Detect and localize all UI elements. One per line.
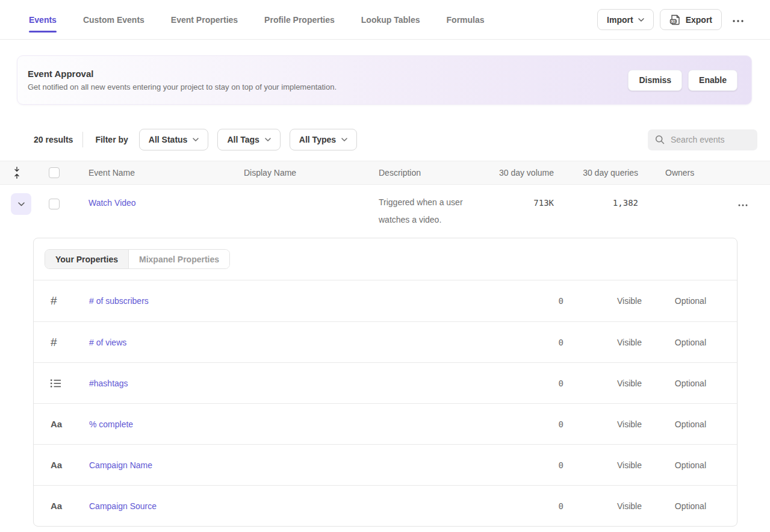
banner-actions: Dismiss Enable	[628, 70, 737, 91]
column-event-name: Event Name	[75, 168, 232, 178]
column-description: Description	[365, 168, 477, 178]
row-more-options-button[interactable]	[733, 199, 753, 208]
property-visibility[interactable]: Visible	[564, 296, 642, 306]
volume-cell: 713K	[477, 193, 554, 208]
property-name-link[interactable]: Campaign Source	[89, 501, 491, 511]
property-requirement[interactable]: Optional	[642, 501, 706, 511]
tab-profile-properties-label: Profile Properties	[264, 15, 335, 25]
tab-formulas[interactable]: Formulas	[447, 0, 485, 39]
chevron-down-icon	[638, 18, 644, 22]
nav-actions: Import csv Export	[597, 9, 748, 30]
property-row: Aa % complete 0 Visible Optional	[34, 403, 737, 444]
property-requirement[interactable]: Optional	[642, 296, 706, 306]
property-name-link[interactable]: % complete	[89, 419, 491, 429]
property-row: Aa Campaign Source 0 Visible Optional	[34, 485, 737, 526]
column-30-day-volume: 30 day volume	[477, 168, 554, 178]
tab-events-label: Events	[29, 15, 57, 25]
types-filter-dropdown[interactable]: All Types	[290, 129, 357, 150]
property-visibility[interactable]: Visible	[564, 419, 642, 429]
property-requirement[interactable]: Optional	[642, 460, 706, 470]
list-type-icon	[51, 379, 61, 388]
property-visibility[interactable]: Visible	[564, 338, 642, 347]
select-all-checkbox[interactable]	[49, 167, 60, 178]
event-name-link[interactable]: Watch Video	[75, 193, 232, 208]
column-owners: Owners	[638, 168, 722, 178]
column-30-day-queries: 30 day queries	[554, 168, 638, 178]
tab-formulas-label: Formulas	[447, 15, 485, 25]
property-name-link[interactable]: # of views	[89, 338, 491, 347]
banner-title: Event Approval	[28, 69, 337, 79]
tags-filter-dropdown[interactable]: All Tags	[217, 129, 280, 150]
property-visibility[interactable]: Visible	[564, 379, 642, 388]
tab-lookup-tables-label: Lookup Tables	[361, 15, 420, 25]
text-type-icon: Aa	[51, 419, 62, 429]
number-type-icon: #	[51, 294, 57, 308]
chevron-down-icon	[265, 138, 271, 141]
chevron-down-icon	[193, 138, 199, 141]
property-requirement[interactable]: Optional	[642, 419, 706, 429]
enable-button[interactable]: Enable	[688, 70, 737, 91]
dismiss-button[interactable]: Dismiss	[628, 70, 682, 91]
tags-filter-label: All Tags	[227, 135, 259, 144]
tab-event-properties-label: Event Properties	[171, 15, 238, 25]
collapse-all-button[interactable]	[0, 167, 33, 179]
svg-text:csv: csv	[671, 19, 677, 23]
property-name-link[interactable]: # of subscribers	[89, 296, 491, 306]
property-visibility[interactable]: Visible	[564, 501, 642, 511]
description-cell: Triggered when a user watches a video.	[365, 193, 477, 229]
status-filter-label: All Status	[149, 135, 188, 144]
property-row: #hashtags 0 Visible Optional	[34, 362, 737, 403]
search-events-input[interactable]	[671, 135, 750, 144]
filter-by-label: Filter by	[95, 135, 128, 144]
tab-your-properties[interactable]: Your Properties	[45, 250, 128, 268]
text-type-icon: Aa	[51, 460, 62, 470]
event-properties-panel: Your Properties Mixpanel Properties # # …	[33, 238, 737, 527]
event-approval-banner: Event Approval Get notified on all new e…	[17, 55, 752, 105]
event-row-watch-video: Watch Video Triggered when a user watche…	[0, 185, 770, 229]
tab-profile-properties[interactable]: Profile Properties	[264, 0, 335, 39]
property-row: # # of subscribers 0 Visible Optional	[34, 280, 737, 321]
export-button-label: Export	[686, 15, 712, 25]
tab-lookup-tables[interactable]: Lookup Tables	[361, 0, 420, 39]
tab-custom-events[interactable]: Custom Events	[83, 0, 144, 39]
import-button[interactable]: Import	[597, 9, 654, 30]
property-queries: 0	[491, 501, 564, 511]
export-button[interactable]: csv Export	[660, 9, 722, 30]
events-table-header: Event Name Display Name Description 30 d…	[0, 161, 770, 185]
text-type-icon: Aa	[51, 501, 62, 511]
csv-file-icon: csv	[669, 14, 681, 26]
property-row: Aa Campaign Name 0 Visible Optional	[34, 444, 737, 485]
tab-mixpanel-properties[interactable]: Mixpanel Properties	[128, 250, 229, 268]
property-queries: 0	[491, 296, 564, 306]
property-requirement[interactable]: Optional	[642, 338, 706, 347]
property-requirement[interactable]: Optional	[642, 379, 706, 388]
property-name-link[interactable]: #hashtags	[89, 379, 491, 388]
banner-description: Get notified on all new events entering …	[28, 82, 337, 91]
property-queries: 0	[491, 419, 564, 429]
property-row: # # of views 0 Visible Optional	[34, 321, 737, 362]
banner-text: Event Approval Get notified on all new e…	[28, 69, 337, 91]
tab-custom-events-label: Custom Events	[83, 15, 144, 25]
row-expand-toggle[interactable]	[11, 193, 31, 215]
property-queries: 0	[491, 379, 564, 388]
property-visibility[interactable]: Visible	[564, 460, 642, 470]
filter-toolbar: 20 results Filter by All Status All Tags…	[0, 129, 770, 150]
property-name-link[interactable]: Campaign Name	[89, 460, 491, 470]
property-queries: 0	[491, 338, 564, 347]
tab-events[interactable]: Events	[29, 0, 57, 39]
property-queries: 0	[491, 460, 564, 470]
top-navigation: Events Custom Events Event Properties Pr…	[0, 0, 770, 40]
more-options-button[interactable]	[728, 15, 748, 24]
number-type-icon: #	[51, 336, 57, 349]
status-filter-dropdown[interactable]: All Status	[139, 129, 209, 150]
tab-event-properties[interactable]: Event Properties	[171, 0, 238, 39]
chevron-down-icon	[18, 202, 25, 206]
queries-cell: 1,382	[554, 193, 638, 208]
search-events-box	[648, 129, 757, 150]
chevron-down-icon	[341, 138, 347, 141]
properties-tabs-bar: Your Properties Mixpanel Properties	[34, 238, 737, 280]
results-count: 20 results	[34, 135, 73, 144]
ellipsis-icon	[733, 20, 744, 22]
row-checkbox[interactable]	[49, 199, 60, 209]
collapse-all-icon	[13, 167, 20, 179]
